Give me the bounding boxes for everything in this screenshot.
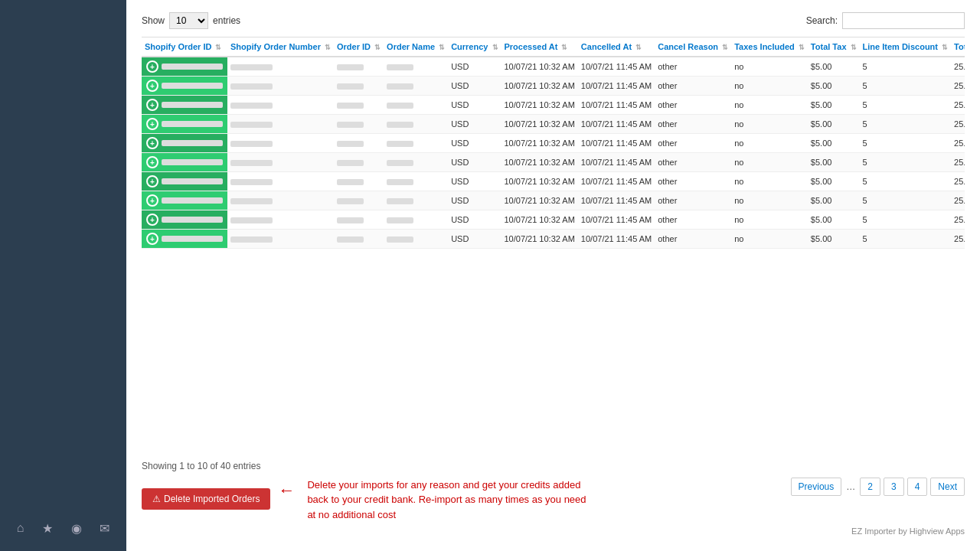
star-icon[interactable]: ★ [42,521,53,536]
shopify-order-id-redacted [162,83,223,89]
cell-taxes-included: no [731,210,808,230]
cell-cancel-reason: other [655,77,731,96]
cell-order-id [334,191,384,210]
delete-btn-label: Delete Imported Orders [164,494,260,504]
expand-icon[interactable] [146,233,158,245]
entries-select[interactable]: 10 25 50 100 [169,12,208,29]
expand-icon[interactable] [146,194,158,207]
pagination-page-4[interactable]: 4 [907,478,928,496]
home-icon[interactable]: ⌂ [17,521,24,536]
cell-total-tax: $5.00 [808,57,860,77]
sort-icon-taxes-included: ⇅ [799,44,805,51]
pagination-previous-button[interactable]: Previous [791,478,842,496]
col-header-total-tax[interactable]: Total Tax ⇅ [808,37,860,57]
pagination-page-3[interactable]: 3 [884,478,904,496]
col-header-shopify-order-number[interactable]: Shopify Order Number ⇅ [227,37,334,57]
cell-order-name [384,134,448,153]
expand-icon[interactable] [146,175,158,187]
cell-processed-at: 10/07/21 10:32 AM [501,57,578,77]
mail-icon[interactable]: ✉ [100,521,109,536]
col-header-total-weight[interactable]: Total Weight ⇅ [951,37,965,57]
cell-order-name [384,153,448,172]
cell-order-number [227,191,334,210]
cell-cancel-reason: other [655,172,731,191]
cell-total-weight: 25.5 [951,230,965,249]
order-number-redacted [230,198,273,204]
cell-cancelled-at: 10/07/21 11:45 AM [578,77,655,96]
cell-processed-at: 10/07/21 10:32 AM [501,115,578,134]
col-header-processed-at[interactable]: Processed At ⇅ [501,37,578,57]
delete-note-line2: back to your credit bank. Re-import as m… [307,494,586,505]
col-header-cancelled-at[interactable]: Cancelled At ⇅ [578,37,655,57]
delete-note-line1: Delete your imports for any reason and g… [307,479,580,491]
cell-cancelled-at: 10/07/21 11:45 AM [578,210,655,230]
cell-total-tax: $5.00 [808,191,860,210]
expand-icon[interactable] [146,156,158,168]
cell-cancel-reason: other [655,191,731,210]
expand-icon[interactable] [146,118,158,130]
order-name-redacted [387,236,413,243]
col-header-currency[interactable]: Currency ⇅ [448,37,501,57]
sidebar-nav: ⌂ ★ ◉ ✉ [0,515,126,542]
pagination-dots: … [844,478,857,495]
cell-cancel-reason: other [655,210,731,230]
cell-shopify-order-id [142,172,227,191]
cell-line-discount: 5 [860,134,951,153]
cell-total-tax: $5.00 [808,96,860,115]
col-header-line-item-discount[interactable]: Line Item Discount ⇅ [860,37,951,57]
cell-cancelled-at: 10/07/21 11:45 AM [578,115,655,134]
sort-icon-shopify-order-id: ⇅ [215,44,221,51]
pagination-page-2[interactable]: 2 [860,478,880,496]
entries-label: entries [213,15,240,26]
cell-total-weight: 25.5 [951,96,965,115]
show-entries-control: Show 10 25 50 100 entries [142,12,240,29]
order-number-redacted [230,160,273,166]
expand-icon[interactable] [146,214,158,226]
col-header-order-id[interactable]: Order ID ⇅ [334,37,384,57]
cell-line-discount: 5 [860,96,951,115]
cell-total-tax: $5.00 [808,153,860,172]
cell-order-number [227,134,334,153]
cell-order-number [227,210,334,230]
pagination-next-button[interactable]: Next [930,478,965,496]
table-row: USD 10/07/21 10:32 AM 10/07/21 11:45 AM … [142,134,965,153]
cell-processed-at: 10/07/21 10:32 AM [501,210,578,230]
cell-taxes-included: no [731,230,808,249]
cell-taxes-included: no [731,77,808,96]
cell-order-number [227,57,334,77]
order-number-redacted [230,236,273,243]
col-header-shopify-order-id[interactable]: Shopify Order ID ⇅ [142,37,227,57]
shopify-order-id-redacted [162,121,223,127]
cell-shopify-order-id [142,96,227,115]
cell-order-id [334,57,384,77]
left-arrow-icon: ← [278,481,295,500]
cell-total-weight: 25.5 [951,57,965,77]
cell-order-id [334,115,384,134]
expand-icon[interactable] [146,137,158,149]
cell-total-weight: 25.5 [951,210,965,230]
cell-order-name [384,230,448,249]
col-header-taxes-included[interactable]: Taxes Included ⇅ [731,37,808,57]
cell-order-name [384,172,448,191]
expand-icon[interactable] [146,60,158,73]
expand-icon[interactable] [146,80,158,92]
cell-processed-at: 10/07/21 10:32 AM [501,134,578,153]
col-header-cancel-reason[interactable]: Cancel Reason ⇅ [655,37,731,57]
data-table-container: Shopify Order ID ⇅ Shopify Order Number … [142,37,965,453]
cell-shopify-order-id [142,115,227,134]
col-header-order-name[interactable]: Order Name ⇅ [384,37,448,57]
order-number-redacted [230,141,273,147]
expand-icon[interactable] [146,99,158,111]
table-row: USD 10/07/21 10:32 AM 10/07/21 11:45 AM … [142,230,965,249]
cell-currency: USD [448,134,501,153]
rss-icon[interactable]: ◉ [71,521,82,536]
search-input[interactable] [842,12,965,29]
shopify-order-id-redacted [162,159,223,165]
shopify-order-id-redacted [162,217,223,223]
delete-imported-orders-button[interactable]: ⚠ Delete Imported Orders [142,488,270,510]
shopify-order-id-redacted [162,102,223,108]
cell-shopify-order-id [142,57,227,77]
cell-line-discount: 5 [860,77,951,96]
cell-processed-at: 10/07/21 10:32 AM [501,230,578,249]
order-id-redacted [337,103,364,109]
